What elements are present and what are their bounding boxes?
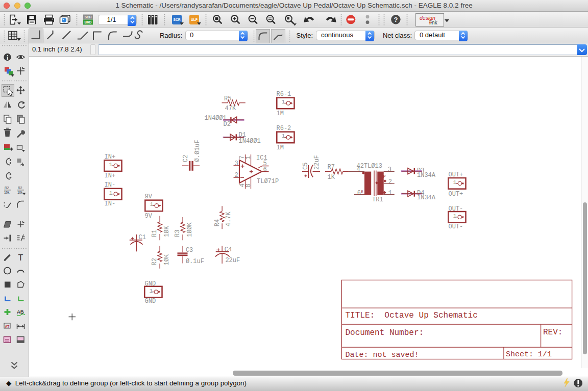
- svg-text:22uF: 22uF: [225, 257, 240, 264]
- svg-text:GND: GND: [145, 298, 156, 305]
- svg-text:GND: GND: [145, 280, 156, 288]
- svg-text:REV:: REV:: [543, 328, 562, 337]
- svg-text:1M: 1M: [277, 110, 284, 117]
- svg-text:2: 2: [388, 178, 392, 186]
- svg-text:TR1: TR1: [372, 196, 383, 203]
- svg-text:R6-2: R6-2: [277, 125, 291, 132]
- svg-text:1N34A: 1N34A: [417, 172, 436, 179]
- svg-text:OUT+: OUT+: [449, 171, 463, 178]
- svg-text:R3: R3: [174, 230, 181, 237]
- svg-text:Ø.1uF: Ø.1uF: [186, 258, 204, 265]
- svg-text:IN+: IN+: [105, 172, 116, 179]
- svg-text:1N34A: 1N34A: [417, 194, 436, 201]
- svg-text:s: s: [361, 189, 363, 194]
- svg-text:1: 1: [388, 190, 392, 197]
- svg-text:OUT+: OUT+: [449, 191, 463, 198]
- svg-text:9V: 9V: [145, 193, 153, 200]
- svg-text:TITLE: Octave Up Schematic: TITLE: Octave Up Schematic: [346, 311, 478, 320]
- svg-text:R4: R4: [214, 219, 221, 226]
- svg-text:9V: 9V: [145, 213, 153, 220]
- svg-text:4.7K: 4.7K: [225, 212, 232, 227]
- svg-text:Ø.Ø1uF: Ø.Ø1uF: [194, 140, 201, 162]
- svg-text:C5: C5: [302, 163, 309, 170]
- svg-text:R6-1: R6-1: [277, 91, 291, 98]
- svg-text:42TLØ13: 42TLØ13: [357, 163, 382, 170]
- svg-text:R1: R1: [151, 230, 158, 237]
- svg-text:R5: R5: [224, 95, 231, 102]
- svg-text:IN+: IN+: [105, 153, 116, 161]
- svg-text:TLØ71P: TLØ71P: [257, 178, 279, 185]
- svg-text:C2: C2: [182, 155, 189, 162]
- svg-text:1K: 1K: [328, 174, 335, 181]
- svg-text:C4: C4: [225, 246, 232, 253]
- svg-text:22uF: 22uF: [313, 155, 321, 170]
- svg-text:OUT-: OUT-: [449, 205, 463, 213]
- svg-text:Document Number:: Document Number:: [346, 328, 424, 337]
- svg-text:1M: 1M: [277, 144, 284, 151]
- svg-text:Sheet: 1/1: Sheet: 1/1: [506, 350, 552, 359]
- svg-text:IN-: IN-: [105, 181, 116, 189]
- svg-text:1N4ØØ1: 1N4ØØ1: [239, 138, 261, 145]
- svg-text:3: 3: [388, 166, 391, 173]
- svg-text:D2: D2: [224, 121, 231, 128]
- svg-text:1ØØK: 1ØØK: [186, 222, 193, 237]
- svg-text:OUT-: OUT-: [449, 223, 463, 230]
- svg-text:4: 4: [357, 166, 360, 173]
- svg-text:6: 6: [263, 166, 267, 173]
- svg-text:Date: not saved!: Date: not saved!: [346, 351, 419, 359]
- svg-text:1ØK: 1ØK: [163, 226, 170, 237]
- svg-text:1ØK: 1ØK: [163, 254, 170, 265]
- svg-text:R7: R7: [328, 164, 335, 171]
- svg-text:P: P: [383, 174, 385, 179]
- svg-text:IN-: IN-: [105, 200, 116, 207]
